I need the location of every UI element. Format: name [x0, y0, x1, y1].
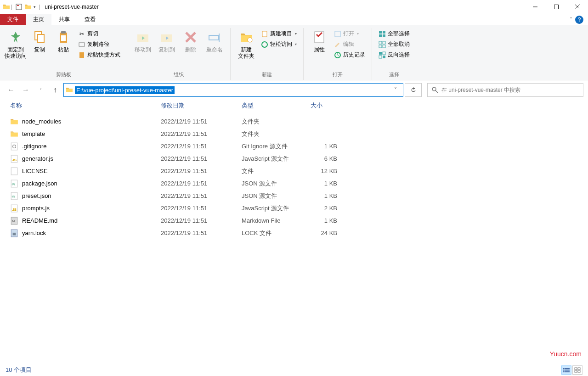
file-row[interactable]: {0}preset.json2022/12/19 11:51JSON 源文件1 … — [0, 190, 588, 202]
svg-rect-52 — [563, 368, 565, 369]
new-item-button[interactable]: 新建项目▾ — [259, 29, 299, 39]
forward-button[interactable]: → — [19, 84, 32, 96]
group-label-open: 打开 — [333, 70, 343, 80]
tab-view[interactable]: 查看 — [77, 14, 103, 25]
new-item-icon — [261, 30, 268, 38]
file-type: Markdown File — [242, 217, 311, 224]
svg-rect-9 — [61, 31, 66, 34]
address-dropdown-icon[interactable]: ˅ — [390, 87, 401, 93]
tab-share[interactable]: 共享 — [51, 14, 77, 25]
svg-rect-31 — [379, 52, 382, 55]
edit-button[interactable]: 编辑 — [332, 39, 367, 49]
file-name: prompts.js — [22, 205, 161, 212]
open-button[interactable]: 打开▾ — [332, 29, 367, 39]
edit-icon — [334, 41, 341, 48]
titlebar: | ▾ | uni-preset-vue-master — [0, 0, 588, 14]
file-row[interactable]: node_modules2022/12/19 11:51文件夹 — [0, 115, 588, 128]
file-row[interactable]: template2022/12/19 11:51文件夹 — [0, 128, 588, 140]
invert-selection-button[interactable]: 反向选择 — [377, 50, 412, 60]
qat-properties-icon[interactable] — [15, 3, 23, 11]
cut-button[interactable]: ✂剪切 — [76, 29, 122, 39]
svg-rect-58 — [575, 368, 577, 370]
header-size[interactable]: 大小 — [311, 101, 351, 110]
copy-path-button[interactable]: 复制路径 — [76, 39, 122, 49]
details-view-button[interactable] — [561, 365, 571, 375]
up-button[interactable]: ↑ — [49, 84, 62, 96]
back-button[interactable]: ← — [5, 84, 17, 96]
file-date: 2022/12/19 11:51 — [161, 230, 242, 236]
minimize-button[interactable] — [525, 0, 546, 14]
navbar: ← → ˅ ↑ E:\vue-project\uni-preset-vue-ma… — [0, 80, 588, 100]
svg-rect-59 — [578, 368, 580, 370]
file-row[interactable]: JSprompts.js2022/12/19 11:51JavaScript 源… — [0, 202, 588, 214]
file-row[interactable]: .gitignore2022/12/19 11:51Git Ignore 源文件… — [0, 140, 588, 152]
properties-button[interactable]: 属性 — [307, 28, 331, 55]
invert-selection-icon — [379, 51, 386, 59]
svg-rect-15 — [209, 35, 218, 40]
close-button[interactable] — [567, 0, 588, 14]
search-box[interactable]: 在 uni-preset-vue-master 中搜索 — [427, 83, 583, 97]
svg-rect-18 — [262, 31, 267, 37]
header-date[interactable]: 修改日期 — [161, 101, 242, 110]
svg-rect-26 — [383, 34, 385, 37]
separator: | — [39, 4, 40, 10]
file-name: yarn.lock — [22, 230, 161, 236]
group-label-organize: 组织 — [174, 70, 184, 80]
svg-rect-60 — [575, 370, 577, 372]
qat-new-folder-icon[interactable] — [24, 3, 32, 11]
select-none-button[interactable]: 全部取消 — [377, 39, 412, 49]
pin-to-quick-access-button[interactable]: 固定到 快速访问 — [4, 28, 28, 62]
group-organize: 移动到 复制到 删除 重命名 组织 — [127, 28, 231, 80]
address-path: E:\vue-project\uni-preset-vue-master — [75, 86, 175, 94]
ribbon-collapse-icon[interactable]: ˄ — [570, 17, 572, 23]
select-all-button[interactable]: 全部选择 — [377, 29, 412, 39]
help-icon[interactable]: ? — [575, 16, 583, 24]
file-name: template — [22, 130, 161, 137]
header-type[interactable]: 类型 — [242, 101, 311, 110]
file-row[interactable]: {0}package.json2022/12/19 11:51JSON 源文件1… — [0, 177, 588, 190]
rename-button[interactable]: 重命名 — [203, 28, 226, 55]
copy-to-icon — [159, 30, 174, 45]
svg-rect-20 — [315, 32, 324, 43]
file-row[interactable]: yarn.lock2022/12/19 11:51LOCK 文件24 KB — [0, 227, 588, 239]
group-label-new: 新建 — [262, 70, 272, 80]
move-to-icon — [136, 30, 150, 45]
paste-shortcut-button[interactable]: 粘贴快捷方式 — [76, 50, 122, 60]
large-icons-view-button[interactable] — [572, 365, 582, 375]
recent-locations-button[interactable]: ˅ — [34, 84, 47, 96]
delete-button[interactable]: 删除 — [179, 28, 203, 55]
tab-home[interactable]: 主页 — [26, 14, 51, 25]
header-name[interactable]: 名称 — [10, 101, 161, 110]
delete-icon — [183, 30, 198, 45]
svg-text:JS: JS — [12, 157, 17, 162]
svg-line-36 — [435, 90, 438, 93]
file-row[interactable]: LICENSE2022/12/19 11:51文件12 KB — [0, 165, 588, 177]
file-icon — [10, 130, 18, 138]
svg-rect-61 — [578, 370, 580, 372]
file-row[interactable]: JSgenerator.js2022/12/19 11:51JavaScript… — [0, 152, 588, 165]
file-date: 2022/12/19 11:51 — [161, 205, 242, 212]
file-size: 1 KB — [311, 192, 351, 199]
qat-dropdown-icon[interactable]: ▾ — [34, 5, 36, 9]
copy-button[interactable]: 复制 — [28, 28, 51, 55]
file-size: 12 KB — [311, 168, 351, 174]
move-to-button[interactable]: 移动到 — [131, 28, 155, 55]
tab-file[interactable]: 文件 — [0, 14, 26, 25]
file-date: 2022/12/19 11:51 — [161, 217, 242, 224]
new-folder-button[interactable]: 新建 文件夹 — [234, 28, 258, 62]
history-button[interactable]: 历史记录 — [332, 50, 367, 60]
maximize-button[interactable] — [546, 0, 567, 14]
easy-access-button[interactable]: 轻松访问▾ — [259, 39, 299, 49]
open-icon — [334, 30, 341, 38]
svg-rect-28 — [383, 41, 385, 44]
copy-to-button[interactable]: 复制到 — [155, 28, 179, 55]
paste-button[interactable]: 粘贴 — [51, 28, 75, 55]
refresh-button[interactable] — [405, 83, 422, 97]
address-bar[interactable]: E:\vue-project\uni-preset-vue-master ˅ — [63, 83, 403, 97]
file-icon — [10, 167, 18, 175]
file-row[interactable]: MREADME.md2022/12/19 11:51Markdown File1… — [0, 214, 588, 227]
file-size: 1 KB — [311, 143, 351, 150]
file-type: 文件 — [242, 167, 311, 175]
svg-rect-25 — [379, 34, 382, 37]
file-size: 1 KB — [311, 217, 351, 224]
